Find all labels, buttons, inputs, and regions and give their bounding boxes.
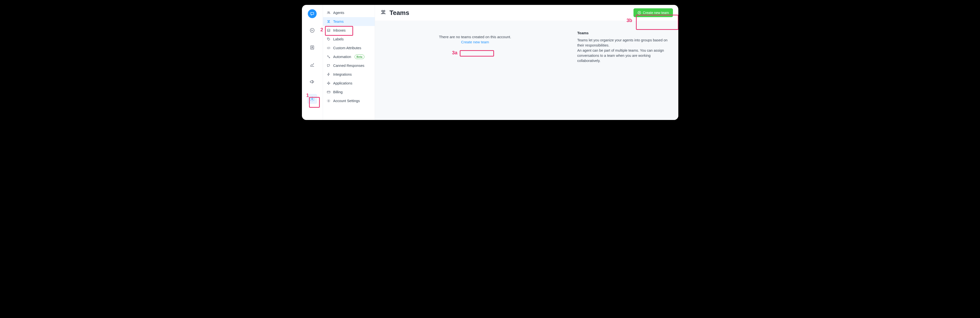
sidebar-item-label: Agents — [333, 11, 344, 15]
settings-sidebar: Agents Teams Inboxes Labels Custom Attri… — [323, 5, 375, 120]
megaphone-icon — [310, 79, 315, 84]
nav-reports[interactable] — [307, 60, 317, 70]
svg-point-9 — [328, 38, 328, 39]
canned-icon — [326, 63, 331, 68]
svg-point-0 — [310, 28, 314, 33]
sidebar-item-billing[interactable]: Billing — [323, 88, 375, 97]
main-content: Teams Create new team There are no teams… — [375, 5, 678, 120]
sidebar-item-label: Inboxes — [333, 28, 346, 32]
sidebar-item-label: Canned Responses — [333, 64, 364, 68]
nav-conversations[interactable] — [307, 25, 317, 35]
app-logo[interactable] — [308, 9, 317, 18]
svg-point-12 — [328, 83, 329, 84]
info-panel: Teams Teams let you organize your agents… — [575, 30, 678, 120]
bolt-icon — [326, 72, 331, 77]
svg-point-6 — [328, 20, 328, 21]
main-body: There are no teams created on this accou… — [375, 21, 678, 120]
svg-point-8 — [328, 22, 329, 22]
sidebar-item-labels[interactable]: Labels — [323, 35, 375, 44]
card-icon — [326, 90, 331, 94]
create-button-label: Create new team — [643, 11, 669, 15]
svg-point-10 — [328, 55, 328, 56]
sidebar-item-label: Billing — [333, 90, 343, 94]
sidebar-item-automation[interactable]: Automation Beta — [323, 52, 375, 61]
sidebar-item-integrations[interactable]: Integrations — [323, 70, 375, 79]
inbox-icon — [326, 28, 331, 33]
svg-point-15 — [382, 10, 383, 12]
svg-point-16 — [383, 10, 385, 12]
create-new-team-link[interactable]: Create new team — [461, 40, 489, 44]
sidebar-item-label: Applications — [333, 81, 352, 85]
sidebar-item-label: Automation — [333, 55, 351, 59]
page-header: Teams Create new team — [375, 5, 678, 21]
svg-point-3 — [312, 98, 313, 100]
people-icon — [326, 11, 331, 15]
beta-badge: Beta — [355, 55, 364, 59]
svg-point-5 — [329, 12, 329, 13]
empty-state: There are no teams created on this accou… — [375, 30, 575, 120]
sidebar-item-label: Account Settings — [333, 99, 360, 103]
svg-point-7 — [329, 20, 329, 21]
nav-campaigns[interactable] — [307, 77, 317, 87]
svg-rect-13 — [327, 91, 330, 93]
gear-icon — [310, 96, 315, 101]
svg-point-11 — [329, 57, 329, 58]
sidebar-item-canned-responses[interactable]: Canned Responses — [323, 61, 375, 70]
svg-point-14 — [328, 100, 329, 101]
code-icon — [326, 46, 331, 50]
info-line-1: Teams let you organize your agents into … — [578, 38, 673, 48]
nav-settings[interactable] — [307, 94, 317, 104]
sidebar-item-inboxes[interactable]: Inboxes — [323, 26, 375, 35]
create-new-team-button[interactable]: Create new team — [633, 8, 673, 17]
info-line-2: An agent can be part of multiple teams. … — [578, 48, 673, 63]
primary-nav-rail — [302, 5, 323, 120]
sidebar-item-agents[interactable]: Agents — [323, 8, 375, 17]
info-title: Teams — [578, 30, 673, 36]
empty-state-text: There are no teams created on this accou… — [380, 35, 571, 39]
automation-icon — [326, 55, 331, 59]
teams-icon — [326, 19, 331, 24]
apps-icon — [326, 81, 331, 85]
page-title: Teams — [390, 9, 630, 17]
sidebar-item-label: Labels — [333, 37, 344, 41]
app-frame: Agents Teams Inboxes Labels Custom Attri… — [302, 5, 678, 120]
teams-header-icon — [380, 9, 386, 16]
sidebar-item-custom-attributes[interactable]: Custom Attributes — [323, 44, 375, 52]
svg-point-4 — [328, 11, 329, 13]
sidebar-item-label: Custom Attributes — [333, 46, 361, 50]
sidebar-item-teams[interactable]: Teams — [323, 17, 375, 26]
sidebar-item-label: Integrations — [333, 73, 352, 76]
contact-book-icon — [310, 45, 315, 50]
sidebar-item-label: Teams — [333, 20, 344, 24]
gear-small-icon — [326, 99, 331, 103]
chat-bubble-icon — [310, 11, 314, 16]
tag-icon — [326, 37, 331, 41]
speech-icon — [310, 28, 315, 33]
nav-contacts[interactable] — [307, 43, 317, 52]
reports-icon — [310, 62, 315, 67]
svg-point-2 — [312, 46, 313, 47]
sidebar-item-account-settings[interactable]: Account Settings — [323, 97, 375, 105]
sidebar-item-applications[interactable]: Applications — [323, 79, 375, 88]
plus-circle-icon — [637, 11, 641, 15]
